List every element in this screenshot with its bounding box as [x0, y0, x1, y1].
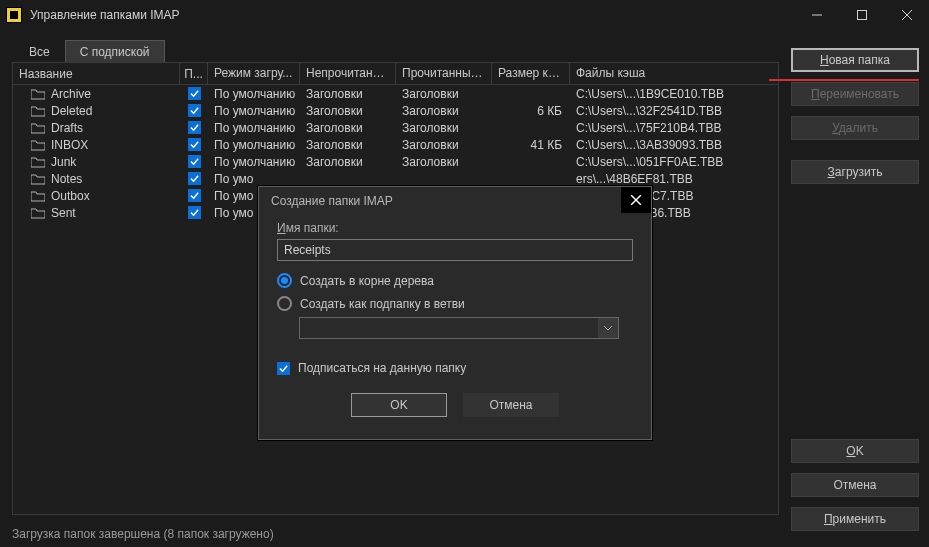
folder-icon — [31, 89, 45, 99]
folder-icon — [31, 157, 45, 167]
highlight-underline — [769, 79, 919, 81]
window-title: Управление папками IMAP — [30, 8, 794, 22]
cell-read: Заголовки — [396, 104, 492, 118]
table-row[interactable]: DraftsПо умолчаниюЗаголовкиЗаголовкиC:\U… — [13, 119, 778, 136]
right-bottom-buttons: OK Отмена Применить — [791, 439, 919, 531]
new-folder-button[interactable]: Новая папка — [791, 48, 919, 72]
cancel-button[interactable]: Отмена — [791, 473, 919, 497]
cell-cache: 41 КБ — [492, 138, 570, 152]
col-read[interactable]: Прочитанные ... — [396, 63, 492, 84]
dialog-ok-button[interactable]: OK — [351, 393, 447, 417]
cell-mode: По умолчанию — [208, 104, 300, 118]
svg-rect-1 — [857, 11, 866, 20]
window-close-button[interactable] — [884, 0, 929, 30]
folder-name: Drafts — [51, 121, 83, 135]
folder-name: Outbox — [51, 189, 90, 203]
delete-button[interactable]: Удалить — [791, 116, 919, 140]
statusbar: Загрузка папок завершена (8 папок загруж… — [0, 523, 929, 547]
table-row[interactable]: ArchiveПо умолчаниюЗаголовкиЗаголовкиC:\… — [13, 85, 778, 102]
cell-mode: По умолчанию — [208, 87, 300, 101]
dialog-close-button[interactable] — [621, 187, 651, 213]
subscribe-checkbox[interactable] — [188, 121, 201, 134]
tab-all[interactable]: Все — [14, 40, 65, 64]
checkbox-icon — [277, 362, 290, 375]
cell-unread: Заголовки — [300, 121, 396, 135]
radio-icon — [277, 296, 292, 311]
folder-icon — [31, 106, 45, 116]
col-unread[interactable]: Непрочитанны... — [300, 63, 396, 84]
cell-read: Заголовки — [396, 155, 492, 169]
app-icon — [6, 7, 22, 23]
subscribe-checkbox[interactable] — [188, 172, 201, 185]
cell-mode: По умолчанию — [208, 155, 300, 169]
col-subscribed[interactable]: П... — [180, 63, 208, 84]
radio-create-root-label: Создать в корне дерева — [300, 274, 434, 288]
subscribe-checkbox[interactable] — [188, 87, 201, 100]
cell-files: C:\Users\...\051FF0AE.TBB — [570, 155, 752, 169]
folder-name: Notes — [51, 172, 82, 186]
folder-name-input[interactable] — [277, 239, 633, 261]
table-row[interactable]: NotesПо умоers\...\48B6EF81.TBB — [13, 170, 778, 187]
cell-mode: По умо — [208, 172, 300, 186]
folder-name: INBOX — [51, 138, 88, 152]
cell-unread: Заголовки — [300, 87, 396, 101]
radio-icon — [277, 273, 292, 288]
col-mode[interactable]: Режим загру... — [208, 63, 300, 84]
cell-files: C:\Users\...\32F2541D.TBB — [570, 104, 752, 118]
right-panel: Новая папка Переименовать Удалить Загруз… — [791, 48, 919, 184]
col-name[interactable]: Название — [13, 63, 180, 84]
subscribe-checkbox[interactable] — [188, 155, 201, 168]
window-maximize-button[interactable] — [839, 0, 884, 30]
folder-name: Deleted — [51, 104, 92, 118]
dialog-title: Создание папки IMAP — [259, 187, 651, 215]
subscribe-checkbox[interactable] — [188, 138, 201, 151]
folder-name: Junk — [51, 155, 76, 169]
titlebar: Управление папками IMAP — [0, 0, 929, 30]
cell-mode: По умолчанию — [208, 121, 300, 135]
cell-files: C:\Users\...\1B9CE010.TBB — [570, 87, 752, 101]
tab-subscribed[interactable]: С подпиской — [65, 40, 165, 64]
cell-files: C:\Users\...\75F210B4.TBB — [570, 121, 752, 135]
folder-name: Sent — [51, 206, 76, 220]
cell-cache: 6 КБ — [492, 104, 570, 118]
radio-create-subfolder[interactable]: Создать как подпапку в ветви — [277, 296, 633, 311]
cell-files: ers\...\48B6EF81.TBB — [570, 172, 752, 186]
reload-button[interactable]: Загрузить — [791, 160, 919, 184]
table-row[interactable]: DeletedПо умолчаниюЗаголовкиЗаголовки6 К… — [13, 102, 778, 119]
parent-folder-combo[interactable] — [299, 317, 619, 339]
cell-read: Заголовки — [396, 121, 492, 135]
table-row[interactable]: INBOXПо умолчаниюЗаголовкиЗаголовки41 КБ… — [13, 136, 778, 153]
cell-files: C:\Users\...\3AB39093.TBB — [570, 138, 752, 152]
folder-icon — [31, 191, 45, 201]
folder-icon — [31, 123, 45, 133]
subscribe-label: Подписаться на данную папку — [298, 361, 466, 375]
window-minimize-button[interactable] — [794, 0, 839, 30]
folder-name: Archive — [51, 87, 91, 101]
radio-create-root[interactable]: Создать в корне дерева — [277, 273, 633, 288]
col-cache[interactable]: Размер кэша — [492, 63, 570, 84]
cell-unread: Заголовки — [300, 104, 396, 118]
subscribe-checkbox[interactable] — [188, 206, 201, 219]
cell-read: Заголовки — [396, 138, 492, 152]
chevron-down-icon — [598, 318, 618, 338]
ok-button[interactable]: OK — [791, 439, 919, 463]
rename-button[interactable]: Переименовать — [791, 82, 919, 106]
radio-create-subfolder-label: Создать как подпапку в ветви — [300, 297, 465, 311]
folder-icon — [31, 208, 45, 218]
subscribe-checkbox[interactable] — [188, 104, 201, 117]
cell-mode: По умолчанию — [208, 138, 300, 152]
cell-unread: Заголовки — [300, 138, 396, 152]
create-folder-dialog: Создание папки IMAP Имя папки: Создать в… — [258, 186, 652, 440]
subscribe-checkbox-row[interactable]: Подписаться на данную папку — [277, 361, 633, 375]
cell-unread: Заголовки — [300, 155, 396, 169]
table-row[interactable]: JunkПо умолчаниюЗаголовкиЗаголовкиC:\Use… — [13, 153, 778, 170]
folder-name-label: Имя папки: — [277, 221, 633, 235]
table-header: Название П... Режим загру... Непрочитанн… — [13, 63, 778, 85]
dialog-cancel-button[interactable]: Отмена — [463, 393, 559, 417]
subscribe-checkbox[interactable] — [188, 189, 201, 202]
col-files[interactable]: Файлы кэша — [570, 63, 752, 84]
folder-icon — [31, 174, 45, 184]
cell-read: Заголовки — [396, 87, 492, 101]
folder-icon — [31, 140, 45, 150]
